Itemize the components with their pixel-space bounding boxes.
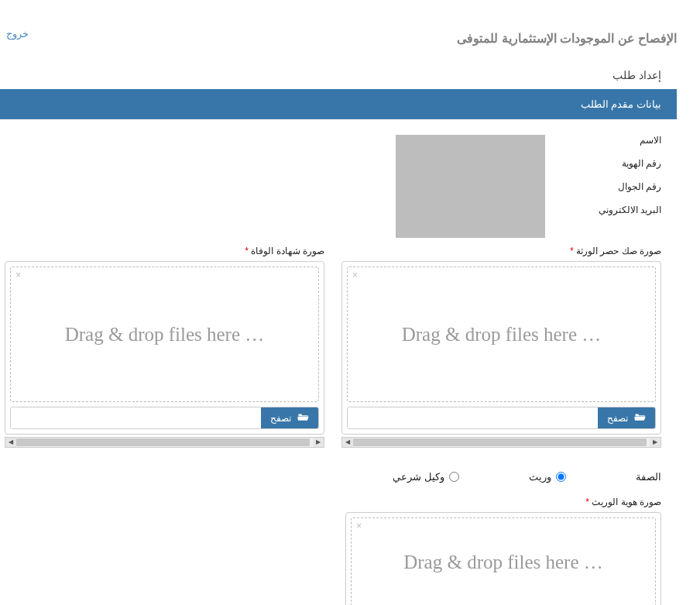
heirs-deed-label: صورة صك حصر الورثة * (341, 246, 661, 256)
close-icon[interactable]: × (356, 521, 362, 531)
label-id-number: رقم الهوية (576, 158, 661, 169)
folder-open-icon (634, 412, 646, 424)
death-cert-dropzone[interactable]: × Drag & drop files here … (10, 266, 319, 402)
heir-id-upload-box: × Drag & drop files here … (345, 512, 661, 605)
capacity-radio-row: الصفة وريث وكيل شرعي (0, 471, 661, 483)
dropzone-text: Drag & drop files here … (403, 552, 603, 573)
radio-legal-agent-input[interactable] (449, 472, 459, 482)
page-title: الإفصاح عن الموجودات الإستثمارية للمتوفى (15, 31, 677, 46)
scroll-left-arrow[interactable]: ◀ (5, 438, 16, 447)
applicant-data-header: بيانات مقدم الطلب (0, 89, 677, 119)
radio-legal-agent[interactable]: وكيل شرعي (393, 471, 459, 483)
heirs-deed-upload-box: × Drag & drop files here … تصفح (341, 261, 661, 435)
required-mark: * (585, 497, 589, 507)
horizontal-scrollbar[interactable]: ◀ ▶ (5, 437, 324, 448)
scroll-right-arrow[interactable]: ▶ (313, 438, 324, 447)
label-mobile: رقم الجوال (576, 181, 661, 192)
label-name: الاسم (576, 135, 661, 146)
label-email: البريد الالكتروني (576, 205, 661, 215)
dropzone-text: Drag & drop files here … (402, 324, 602, 345)
scroll-thumb[interactable] (353, 438, 647, 446)
scroll-right-arrow[interactable]: ▶ (650, 438, 661, 447)
browse-button[interactable]: تصفح (598, 407, 655, 428)
close-icon[interactable]: × (352, 270, 358, 280)
radio-heir-input[interactable] (556, 472, 566, 482)
capacity-label: الصفة (636, 471, 661, 483)
scroll-left-arrow[interactable]: ◀ (342, 438, 353, 447)
death-cert-filename-input[interactable] (11, 407, 261, 428)
horizontal-scrollbar[interactable]: ◀ ▶ (341, 437, 661, 448)
death-cert-column: صورة شهادة الوفاة * × Drag & drop files … (5, 246, 324, 448)
required-mark: * (245, 246, 249, 256)
heirs-deed-column: صورة صك حصر الورثة * × Drag & drop files… (341, 246, 661, 448)
radio-heir[interactable]: وريث (529, 471, 566, 483)
heirs-deed-filename-input[interactable] (348, 407, 598, 428)
applicant-info-row: الاسم رقم الهوية رقم الجوال البريد الالك… (0, 135, 661, 238)
folder-open-icon (297, 412, 309, 424)
heir-id-dropzone[interactable]: × Drag & drop files here … (351, 517, 656, 605)
logout-link[interactable]: خروج (6, 28, 29, 40)
scroll-thumb[interactable] (16, 438, 310, 446)
required-mark: * (570, 246, 574, 256)
applicant-photo-placeholder (396, 135, 545, 238)
death-cert-label: صورة شهادة الوفاة * (5, 246, 324, 256)
section-prepare-label: إعداد طلب (0, 69, 661, 81)
heirs-deed-dropzone[interactable]: × Drag & drop files here … (347, 266, 656, 402)
dropzone-text: Drag & drop files here … (65, 324, 265, 345)
death-cert-upload-box: × Drag & drop files here … تصفح (5, 261, 324, 435)
browse-button[interactable]: تصفح (261, 407, 318, 428)
close-icon[interactable]: × (15, 270, 21, 280)
heir-id-label: صورة هوية الوريث * (345, 497, 661, 507)
